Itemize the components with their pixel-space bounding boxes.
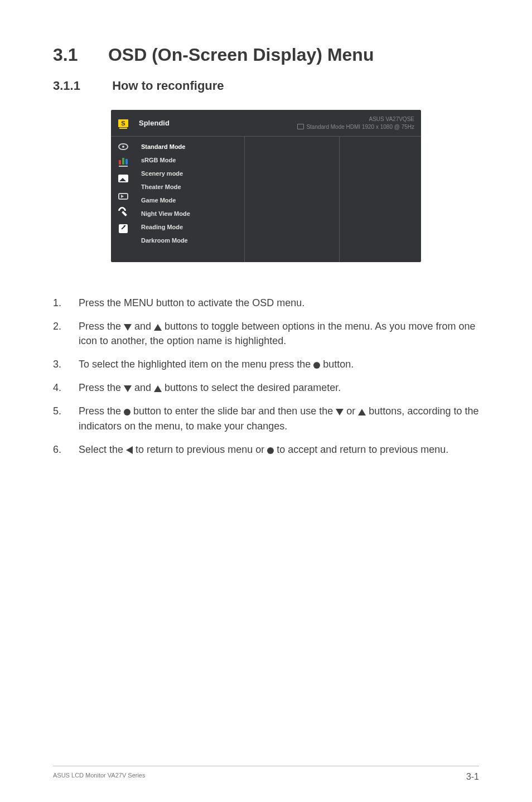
instruction-step: 1. Press the MENU button to activate the… <box>53 296 479 310</box>
osd-column-2 <box>245 137 340 262</box>
center-circle-icon <box>124 409 130 416</box>
list-item: Standard Mode <box>136 140 244 153</box>
step-text: Select the to return to previous menu or… <box>79 442 479 457</box>
up-triangle-icon <box>358 409 366 416</box>
section-title-text: OSD (On-Screen Display) Menu <box>108 45 374 65</box>
input-icon <box>118 193 128 200</box>
osd-menu-title: Splendid <box>136 119 297 127</box>
footer-text: ASUS LCD Monitor VA27V Series <box>53 772 145 782</box>
down-triangle-icon <box>124 385 132 392</box>
section-heading: 3.1 OSD (On-Screen Display) Menu <box>53 45 479 65</box>
down-triangle-icon <box>124 324 132 331</box>
step-text: To select the highlighted item on the me… <box>79 357 479 371</box>
color-icon <box>119 157 128 167</box>
list-item: Theater Mode <box>136 180 244 194</box>
osd-header: S Splendid ASUS VA27VQSE Standard Mode H… <box>111 110 421 137</box>
splendid-icon: S <box>118 119 128 127</box>
instruction-step: 6. Select the to return to previous menu… <box>53 442 479 457</box>
subsection-heading: 3.1.1 How to reconfigure <box>53 79 479 93</box>
step-number: 6. <box>53 442 79 457</box>
step-number: 1. <box>53 296 79 310</box>
instruction-step: 5. Press the button to enter the slide b… <box>53 404 479 433</box>
shortcut-icon <box>119 224 128 233</box>
osd-column-3 <box>340 137 421 262</box>
step-text: Press the and buttons to select the desi… <box>79 380 479 395</box>
instruction-step: 2. Press the and buttons to toggle betwe… <box>53 319 479 348</box>
image-icon <box>118 175 128 182</box>
osd-screenshot: S Splendid ASUS VA27VQSE Standard Mode H… <box>111 110 421 262</box>
center-circle-icon <box>313 362 320 369</box>
page-footer: ASUS LCD Monitor VA27V Series 3-1 <box>53 766 479 782</box>
list-item: Reading Mode <box>136 220 244 234</box>
down-triangle-icon <box>336 409 344 416</box>
osd-status: Standard Mode HDMI 1920 x 1080 @ 75Hz <box>297 124 414 130</box>
up-triangle-icon <box>154 385 162 392</box>
step-number: 4. <box>53 380 79 395</box>
list-item: Night View Mode <box>136 207 244 220</box>
page-number: 3-1 <box>466 772 479 782</box>
step-text: Press the and buttons to toggle between … <box>79 319 479 348</box>
up-triangle-icon <box>154 324 162 331</box>
center-circle-icon <box>267 447 274 454</box>
step-number: 2. <box>53 319 79 348</box>
instruction-step: 3. To select the highlighted item on the… <box>53 357 479 371</box>
subsection-title-text: How to reconfigure <box>112 79 224 93</box>
list-item: Darkroom Mode <box>136 234 244 247</box>
step-number: 3. <box>53 357 79 371</box>
list-item: sRGB Mode <box>136 153 244 167</box>
osd-sidebar <box>111 137 136 262</box>
step-number: 5. <box>53 404 79 433</box>
osd-info: ASUS VA27VQSE Standard Mode HDMI 1920 x … <box>297 115 421 131</box>
step-text: Press the button to enter the slide bar … <box>79 404 479 433</box>
list-item: Scenery mode <box>136 167 244 180</box>
settings-icon <box>119 207 128 216</box>
step-text: Press the MENU button to activate the OS… <box>79 296 479 310</box>
instruction-step: 4. Press the and buttons to select the d… <box>53 380 479 395</box>
instruction-list: 1. Press the MENU button to activate the… <box>53 296 479 457</box>
list-item: Game Mode <box>136 194 244 207</box>
left-triangle-icon <box>126 446 133 454</box>
osd-model: ASUS VA27VQSE <box>297 115 414 123</box>
osd-mode-list: Standard Mode sRGB Mode Scenery mode The… <box>136 137 245 262</box>
subsection-number: 3.1.1 <box>53 79 109 93</box>
section-number: 3.1 <box>53 45 103 65</box>
eye-icon <box>118 143 128 150</box>
